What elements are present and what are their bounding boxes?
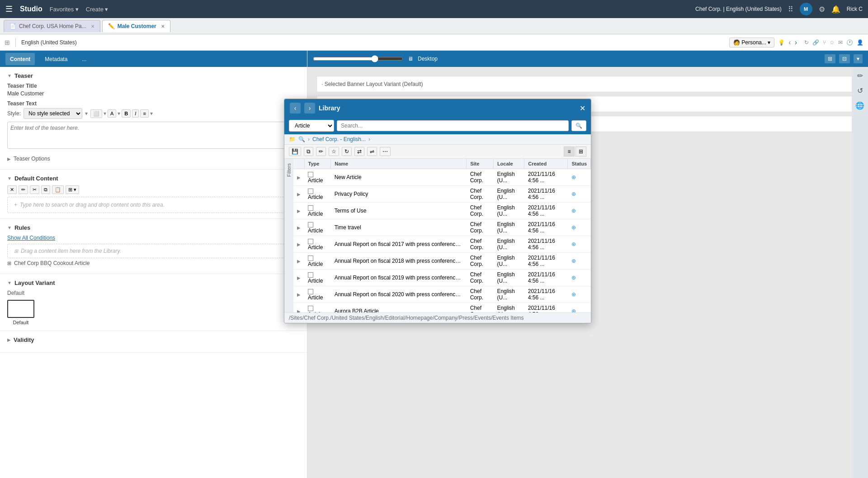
remove-btn[interactable]: ✕: [7, 185, 17, 194]
clock-icon[interactable]: 🕐: [846, 39, 853, 46]
table-row[interactable]: ▶ Article Annual Report on fiscal 2017 w…: [293, 236, 591, 253]
table-row[interactable]: ▶ Article Annual Report on fiscal 2019 w…: [293, 270, 591, 286]
validity-expand-icon[interactable]: ▶: [7, 337, 11, 342]
path-arrow: ›: [368, 136, 370, 142]
layout-variant-expand-icon[interactable]: ▼: [7, 280, 12, 285]
table-row[interactable]: ▶ Article Privacy Policy Chef Corp. Engl…: [293, 186, 591, 203]
lib-edit-btn[interactable]: ✏: [316, 147, 326, 156]
preview-btn-3[interactable]: ▾: [854, 54, 863, 63]
rules-drag-area[interactable]: ⊞ Drag a content item here from the Libr…: [7, 244, 300, 258]
col-site[interactable]: Site: [467, 159, 494, 169]
table-row[interactable]: ▶ Article Annual Report on fiscal 2020 w…: [293, 286, 591, 303]
tab-chef-corp-home[interactable]: 📄 Chef Corp. USA Home Pa... ✕: [4, 20, 100, 32]
col-locale[interactable]: Locale: [493, 159, 524, 169]
lightbulb-icon[interactable]: 💡: [778, 39, 785, 46]
table-row[interactable]: ▶ Article Aurora B2B Article Chef Corp. …: [293, 303, 591, 313]
row-type-cell: Article: [304, 270, 331, 286]
nav-favorites[interactable]: Favorites ▾: [50, 6, 79, 13]
lib-grid-view-btn[interactable]: ⊞: [576, 147, 586, 156]
more-btn[interactable]: ⊞ ▾: [66, 185, 79, 194]
table-row[interactable]: ▶ Article Time travel Chef Corp. English…: [293, 219, 591, 236]
col-created[interactable]: Created: [524, 159, 568, 169]
notification-icon[interactable]: 🔔: [831, 5, 840, 14]
style-select[interactable]: No style selected: [24, 108, 82, 119]
library-type-select[interactable]: Article Image Video Page: [289, 120, 334, 132]
persona-btn[interactable]: 🧑 Persona... ▾: [729, 38, 774, 47]
lib-refresh2-btn[interactable]: ⇄: [354, 147, 364, 156]
link-icon[interactable]: 🔗: [812, 39, 819, 46]
nav-forward-icon[interactable]: ›: [795, 38, 797, 47]
show-all-conditions-link[interactable]: Show All Conditions: [7, 235, 300, 241]
lib-list-view-btn[interactable]: ≡: [564, 147, 575, 156]
table-row[interactable]: ▶ Article Annual Report on fiscal 2018 w…: [293, 253, 591, 270]
lib-star-btn[interactable]: ☆: [329, 147, 339, 156]
tab-metadata[interactable]: Metadata: [40, 53, 72, 65]
cut-btn[interactable]: ✂: [30, 185, 39, 194]
preview-btn-2[interactable]: ⊟: [839, 54, 850, 63]
right-sync-icon[interactable]: ↺: [857, 86, 863, 95]
default-content-drop-area[interactable]: + Type here to search or drag and drop c…: [7, 197, 300, 213]
path-corp-english[interactable]: Chef Corp. - English...: [312, 136, 366, 142]
app-icon[interactable]: M: [800, 3, 812, 15]
settings-icon[interactable]: ⚙: [819, 5, 825, 14]
format-toolbar: ⬜ ▾ A ▾ B I ≡ ▾: [90, 109, 153, 118]
mail-icon[interactable]: ✉: [838, 39, 843, 46]
lib-copy-btn[interactable]: ⧉: [304, 147, 313, 156]
table-row[interactable]: ▶ Article New Article Chef Corp. English…: [293, 169, 591, 186]
library-search-input[interactable]: [337, 120, 569, 131]
italic-btn[interactable]: I: [132, 109, 139, 118]
right-globe-icon[interactable]: 🌐: [855, 101, 864, 110]
library-search-btn[interactable]: 🔍: [571, 120, 586, 131]
teaser-text-input[interactable]: [7, 122, 300, 149]
library-back-btn[interactable]: ‹: [290, 103, 301, 114]
copy-btn[interactable]: ⧉: [41, 185, 50, 194]
refresh-icon[interactable]: ↻: [804, 39, 809, 46]
person-icon[interactable]: 👤: [857, 39, 863, 46]
share-icon[interactable]: ⑂: [823, 39, 826, 46]
lib-save-btn[interactable]: 💾: [289, 147, 301, 156]
lib-more-btn[interactable]: ⋯: [380, 147, 391, 156]
lib-translate-btn[interactable]: ⇌: [367, 147, 377, 156]
edit-btn[interactable]: ✏: [19, 185, 28, 194]
library-filters[interactable]: Filters: [284, 159, 293, 312]
lib-refresh-btn[interactable]: ↻: [342, 147, 352, 156]
format-btn-2[interactable]: A: [108, 109, 116, 118]
menu-icon[interactable]: ☰: [5, 4, 13, 14]
default-content-header[interactable]: ▼ Default Content: [7, 175, 300, 182]
layout-variant-header[interactable]: ▼ Layout Variant: [7, 279, 300, 286]
rules-header[interactable]: ▼ Rules: [7, 224, 300, 231]
nav-create[interactable]: Create ▾: [86, 6, 108, 13]
format-btn-1[interactable]: ⬜: [90, 109, 102, 118]
grid-icon[interactable]: ⊞: [5, 39, 10, 46]
right-edit-icon[interactable]: ✏: [857, 71, 863, 80]
bold-btn[interactable]: B: [122, 109, 131, 118]
library-close-btn[interactable]: ✕: [580, 104, 585, 113]
validity-header[interactable]: ▶ Validity: [7, 336, 300, 343]
teaser-expand-icon[interactable]: ▼: [7, 73, 12, 78]
search-icon-small[interactable]: 🔍: [298, 136, 305, 142]
library-forward-btn[interactable]: ›: [304, 103, 315, 114]
tab-content[interactable]: Content: [5, 53, 35, 65]
variant-card-default[interactable]: Default: [7, 300, 34, 325]
row-site-cell: Chef Corp.: [467, 219, 494, 236]
teaser-header[interactable]: ▼ Teaser: [7, 72, 300, 79]
paste-btn[interactable]: 📋: [52, 185, 64, 194]
rules-expand-icon[interactable]: ▼: [7, 225, 12, 230]
tab-close-btn[interactable]: ✕: [161, 24, 165, 29]
default-content-expand-icon[interactable]: ▼: [7, 176, 12, 181]
tab-male-customer[interactable]: ✏️ Male Customer ✕: [102, 20, 170, 32]
table-row[interactable]: ▶ Article Terms of Use Chef Corp. Englis…: [293, 203, 591, 219]
col-status[interactable]: Status: [568, 159, 591, 169]
preview-slider[interactable]: [313, 55, 403, 62]
col-name[interactable]: Name: [331, 159, 467, 169]
teaser-options-expand[interactable]: ▶: [7, 156, 11, 161]
apps-icon[interactable]: ⠿: [788, 5, 793, 14]
nav-back-icon[interactable]: ‹: [788, 38, 791, 47]
star-icon[interactable]: ☆: [830, 39, 835, 46]
default-content-title: Default Content: [14, 175, 58, 182]
align-btn[interactable]: ≡: [140, 109, 148, 118]
tab-more[interactable]: ...: [77, 53, 91, 65]
col-type[interactable]: Type: [304, 159, 331, 169]
tab-close-btn[interactable]: ✕: [91, 24, 94, 29]
preview-btn-1[interactable]: ⊞: [825, 54, 835, 63]
